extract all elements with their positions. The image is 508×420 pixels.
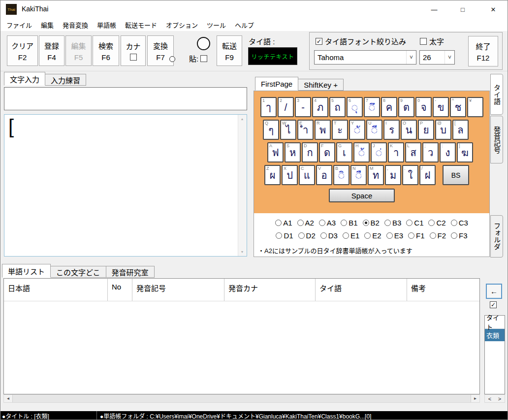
column-header[interactable]: No (108, 279, 132, 301)
paste-checkbox[interactable] (200, 55, 207, 62)
keyboard-key[interactable]: U ◌ี (366, 120, 382, 140)
level-radio[interactable]: F1 (408, 231, 425, 240)
keyboard-key[interactable]: Q ๆ (263, 120, 279, 140)
keyboard-key[interactable]: L ส (405, 142, 421, 162)
keyboard-key[interactable]: K า (388, 142, 404, 162)
keyboard-key[interactable]: 5 ถ (329, 97, 346, 117)
keyboard-key[interactable]: - ข (433, 97, 449, 117)
keyboard-key[interactable]: : ง (440, 142, 456, 162)
back-button[interactable]: ← (486, 284, 502, 299)
keyboard-key[interactable]: W ไ (280, 120, 296, 140)
level-radio[interactable]: C1 (406, 219, 423, 227)
level-radio[interactable]: E1 (343, 231, 359, 240)
level-radio[interactable]: D2 (298, 231, 316, 240)
menu-item[interactable]: 発音変換 (58, 19, 93, 31)
keyboard-tab[interactable]: ShiftKey + (298, 79, 344, 91)
scroll-down-button[interactable]: ▼ (238, 248, 246, 256)
mini-scroll-left-button[interactable]: < (485, 395, 495, 402)
bottom-tab[interactable]: 単語リスト (2, 264, 51, 278)
level-radio[interactable]: C2 (428, 219, 445, 227)
column-header[interactable]: 備考 (407, 279, 479, 301)
menu-item[interactable]: 転送モード (121, 19, 161, 31)
menu-item[interactable]: 単語帳 (93, 19, 121, 31)
level-radio[interactable]: B3 (384, 219, 401, 227)
keyboard-key[interactable]: F ด (319, 142, 335, 162)
close-button[interactable]: ✕ (479, 0, 507, 19)
left-panel-tab[interactable]: 文字入力 (4, 72, 45, 86)
keyboard-key[interactable]: 6 ◌ุ (347, 97, 363, 117)
keyboard-key[interactable]: M ท (368, 165, 384, 185)
textarea-scrollbar[interactable]: ▲ ▼ (238, 115, 247, 256)
keyboard-key[interactable]: N ◌ื (350, 165, 367, 185)
kana-checkbox[interactable] (130, 54, 137, 61)
scroll-right-button[interactable]: ► (471, 395, 479, 402)
side-tab-thai[interactable]: タイ語 (490, 74, 503, 115)
side-tab-phonetic[interactable]: 発音記号 (490, 116, 503, 163)
level-radio[interactable]: F2 (430, 231, 446, 240)
keyboard-key[interactable]: I ร (383, 120, 400, 140)
keyboard-key[interactable]: ^ ช (450, 97, 466, 117)
keyboard-key[interactable]: 2 / (278, 97, 294, 117)
search-button[interactable]: 検索 F6 (93, 35, 119, 66)
level-radio[interactable]: B2 (363, 219, 380, 227)
keyboard-key[interactable]: A ฟ (267, 142, 284, 162)
keyboard-key[interactable]: D ก (302, 142, 318, 162)
menu-item[interactable]: ファイル (2, 19, 36, 31)
keyboard-key[interactable]: V อ (316, 165, 332, 185)
keyboard-key[interactable]: J ◌่ (371, 142, 387, 162)
keyboard-key[interactable]: C แ (299, 165, 315, 185)
keyboard-key[interactable]: H ◌้ (353, 142, 370, 162)
register-button[interactable]: 登録 F4 (39, 35, 64, 66)
side-tab-folder[interactable]: フォルダ (490, 215, 503, 258)
h-scroll-thumb[interactable] (12, 395, 471, 402)
keyboard-key[interactable]: E ำ (297, 120, 314, 140)
keyboard-key[interactable]: 9 ต (398, 97, 414, 117)
table-h-scrollbar[interactable]: ◄ ► (3, 394, 480, 403)
menu-item[interactable]: ツール (202, 19, 230, 31)
clear-button[interactable]: クリア F2 (7, 35, 38, 66)
keyboard-key[interactable]: O น (401, 120, 417, 140)
keyboard-key[interactable]: Y ◌ั (349, 120, 365, 140)
level-radio[interactable]: E2 (364, 231, 381, 240)
keyboard-key[interactable]: ; ว (422, 142, 439, 162)
backspace-key[interactable]: BS (443, 165, 469, 185)
level-radio[interactable]: D3 (320, 231, 338, 240)
column-header[interactable]: タイ語 (316, 279, 407, 301)
keyboard-key[interactable]: R พ (315, 120, 331, 140)
level-radio[interactable]: A3 (319, 219, 336, 227)
keyboard-key[interactable]: , ม (385, 165, 401, 185)
menu-item[interactable]: ヘルプ (230, 19, 258, 31)
keyboard-key[interactable]: X ป (282, 165, 298, 185)
keyboard-key[interactable]: / ฝ (419, 165, 436, 185)
scroll-left-button[interactable]: ◄ (4, 395, 12, 402)
keyboard-key[interactable]: 1 ๅ (260, 97, 277, 117)
left-panel-tab[interactable]: 入力練習 (45, 74, 86, 86)
convert-button[interactable]: 変換 F7 (147, 35, 174, 66)
level-radio[interactable]: A2 (297, 219, 314, 227)
keyboard-key[interactable]: @ บ (435, 120, 451, 140)
keyboard-key[interactable]: 0 จ (415, 97, 432, 117)
keyboard-key[interactable]: 7 ◌ึ (364, 97, 380, 117)
transfer-button[interactable]: 転送 F9 (217, 35, 242, 66)
menu-item[interactable]: オプション (161, 19, 202, 31)
column-header[interactable]: 発音記号 (132, 279, 224, 301)
keyboard-key[interactable]: B ◌ิ (333, 165, 349, 185)
level-radio[interactable]: B1 (341, 219, 357, 227)
kana-button[interactable]: カナ (121, 35, 146, 66)
thai-text-area[interactable]: [ ▲ ▼ (4, 114, 247, 257)
font-filter-checkbox[interactable]: ✓ (316, 38, 322, 45)
keyboard-key[interactable]: G เ (336, 142, 352, 162)
column-header[interactable]: 日本語 (4, 279, 108, 301)
font-size-select[interactable]: 26 ˅ (419, 50, 455, 65)
column-header[interactable]: 発音カナ (224, 279, 316, 301)
bold-checkbox[interactable] (420, 38, 427, 45)
level-radio[interactable]: F3 (451, 231, 468, 240)
keyboard-tab[interactable]: FirstPage (255, 77, 298, 91)
keyboard-key[interactable]: . ใ (402, 165, 418, 185)
keyboard-key[interactable]: [ ล (452, 120, 469, 140)
exit-button[interactable]: 終了 F12 (468, 36, 498, 66)
keyboard-key[interactable]: 3 - (295, 97, 311, 117)
keyboard-key[interactable]: ] ฆ (457, 142, 473, 162)
maximize-button[interactable]: □ (449, 0, 476, 19)
bottom-tab[interactable]: 発音研究室 (106, 266, 155, 278)
